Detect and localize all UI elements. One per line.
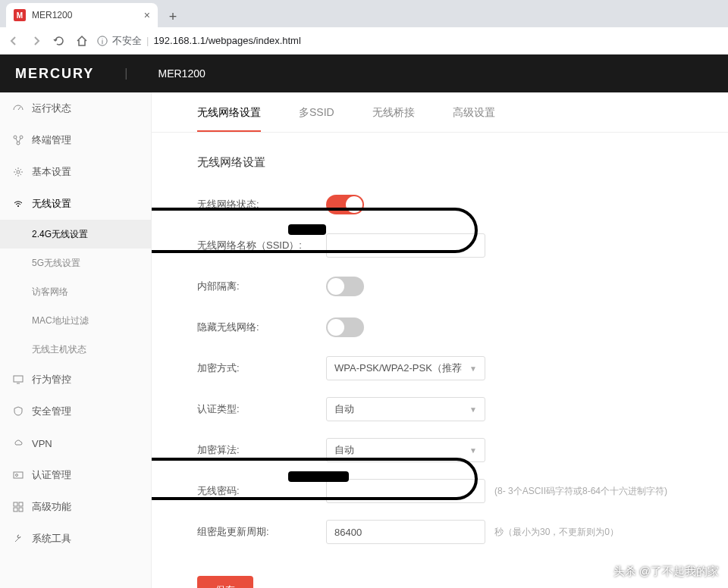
wifi-icon — [12, 198, 24, 210]
svg-point-6 — [17, 205, 19, 207]
back-button[interactable] — [6, 33, 21, 48]
sidebar-item-advanced[interactable]: 高级功能 — [0, 491, 151, 523]
sidebar-item-label: 基本设置 — [32, 165, 71, 179]
algo-select[interactable]: 自动 ▼ — [326, 438, 485, 462]
status-toggle[interactable] — [326, 195, 364, 214]
enc-select[interactable]: WPA-PSK/WPA2-PSK（推荐 ▼ — [326, 356, 485, 380]
sidebar-item-label: 认证管理 — [32, 468, 71, 482]
sidebar-sub-5g[interactable]: 5G无线设置 — [0, 249, 151, 277]
url-text: 192.168.1.1/webpages/index.html — [153, 35, 300, 46]
sidebar-item-label: 系统工具 — [32, 532, 71, 546]
svg-point-2 — [14, 136, 17, 139]
tab-title: MER1200 — [32, 10, 72, 20]
auth-label: 认证类型: — [197, 402, 326, 416]
dashboard-icon — [12, 102, 24, 114]
sidebar-item-security[interactable]: 安全管理 — [0, 396, 151, 427]
section-title: 无线网络设置 — [152, 133, 728, 177]
pwd-input[interactable] — [326, 479, 485, 503]
gear-icon — [12, 166, 24, 178]
app-header: MERCURY | MER1200 — [0, 55, 728, 92]
sidebar-item-status[interactable]: 运行状态 — [0, 92, 151, 124]
chevron-down-icon: ▼ — [469, 446, 477, 455]
save-button[interactable]: 保存 — [197, 576, 253, 588]
wireless-form: 无线网络状态: 无线网络名称（SSID）: 内部隔离: 隐藏无线网络: 加密方式… — [152, 177, 728, 588]
grid-icon — [12, 501, 24, 513]
auth-select[interactable]: 自动 ▼ — [326, 397, 485, 421]
browser-tab-bar: M MER1200 × + — [0, 0, 728, 27]
sidebar-item-system[interactable]: 系统工具 — [0, 523, 151, 555]
sidebar-item-wireless[interactable]: 无线设置 — [0, 188, 151, 220]
favicon: M — [14, 9, 26, 21]
shield-icon — [12, 405, 24, 418]
sidebar-item-label: 安全管理 — [32, 405, 71, 418]
svg-rect-11 — [19, 502, 23, 506]
tab-advanced[interactable]: 高级设置 — [453, 106, 495, 132]
pwd-hint: (8- 3个ASCII码字符或8-64个十六进制字符) — [494, 485, 667, 498]
svg-rect-13 — [19, 508, 23, 511]
separator: | — [124, 67, 127, 80]
sidebar-item-label: 高级功能 — [32, 500, 71, 514]
new-tab-button[interactable]: + — [162, 6, 184, 27]
pwd-label: 无线密码: — [197, 484, 326, 498]
svg-rect-10 — [14, 502, 17, 506]
tab-multi-ssid[interactable]: 多SSID — [299, 106, 334, 132]
svg-rect-7 — [14, 376, 23, 382]
monitor-icon — [12, 374, 24, 386]
tab-wireless-settings[interactable]: 无线网络设置 — [197, 106, 261, 132]
sidebar-item-label: 终端管理 — [32, 133, 71, 147]
sidebar-sub-guest[interactable]: 访客网络 — [0, 277, 151, 306]
cloud-icon — [12, 437, 24, 449]
enc-label: 加密方式: — [197, 361, 326, 375]
hide-label: 隐藏无线网络: — [197, 321, 326, 334]
rekey-label: 组密匙更新周期: — [197, 525, 326, 539]
close-tab-icon[interactable]: × — [144, 9, 150, 21]
tools-icon — [12, 533, 24, 545]
svg-point-9 — [16, 474, 18, 477]
svg-point-5 — [17, 170, 20, 174]
svg-point-4 — [17, 142, 20, 145]
sidebar-sub-hosts[interactable]: 无线主机状态 — [0, 335, 151, 364]
model-name: MER1200 — [158, 67, 206, 80]
watermark: 头杀 @了不起我的家 — [613, 565, 719, 579]
sidebar-item-label: 运行状态 — [32, 102, 71, 115]
isolation-toggle[interactable] — [326, 277, 364, 296]
tab-bar: 无线网络设置 多SSID 无线桥接 高级设置 — [152, 92, 728, 133]
ssid-label: 无线网络名称（SSID）: — [197, 239, 326, 252]
sidebar-item-label: VPN — [32, 438, 52, 449]
security-label: 不安全 — [112, 34, 142, 48]
rekey-hint: 秒（最小为30，不更新则为0） — [494, 526, 619, 539]
browser-tab[interactable]: M MER1200 × — [6, 3, 158, 27]
reload-button[interactable] — [52, 33, 67, 48]
sidebar-item-label: 行为管控 — [32, 373, 71, 386]
brand-logo: MERCURY — [15, 66, 94, 82]
info-icon: i — [97, 36, 108, 46]
hide-toggle[interactable] — [326, 317, 364, 337]
sidebar-item-vpn[interactable]: VPN — [0, 427, 151, 459]
sidebar: 运行状态 终端管理 基本设置 无线设置 2.4G无线设置 5G无线设置 访客网络… — [0, 92, 152, 588]
url-bar[interactable]: i 不安全 | 192.168.1.1/webpages/index.html — [97, 34, 722, 48]
svg-rect-12 — [14, 508, 17, 511]
svg-point-3 — [20, 136, 23, 139]
sidebar-item-basic[interactable]: 基本设置 — [0, 156, 151, 188]
address-bar: i 不安全 | 192.168.1.1/webpages/index.html — [0, 27, 728, 55]
svg-text:i: i — [102, 37, 103, 45]
sidebar-item-behavior[interactable]: 行为管控 — [0, 364, 151, 396]
sidebar-sub-mac[interactable]: MAC地址过滤 — [0, 306, 151, 335]
sidebar-item-terminals[interactable]: 终端管理 — [0, 124, 151, 156]
algo-label: 加密算法: — [197, 443, 326, 457]
ssid-input[interactable] — [326, 233, 485, 258]
rekey-input[interactable] — [326, 520, 485, 544]
isolation-label: 内部隔离: — [197, 280, 326, 293]
status-label: 无线网络状态: — [197, 198, 326, 211]
sidebar-sub-24g[interactable]: 2.4G无线设置 — [0, 220, 151, 249]
devices-icon — [12, 134, 24, 146]
sidebar-item-label: 无线设置 — [32, 197, 71, 211]
forward-button[interactable] — [29, 33, 44, 48]
chevron-down-icon: ▼ — [469, 405, 477, 414]
chevron-down-icon: ▼ — [469, 364, 477, 373]
id-icon — [12, 469, 24, 481]
tab-bridge[interactable]: 无线桥接 — [372, 106, 415, 132]
sidebar-item-auth[interactable]: 认证管理 — [0, 459, 151, 491]
content-area: 无线网络设置 多SSID 无线桥接 高级设置 无线网络设置 无线网络状态: 无线… — [152, 92, 728, 588]
home-button[interactable] — [74, 33, 89, 48]
